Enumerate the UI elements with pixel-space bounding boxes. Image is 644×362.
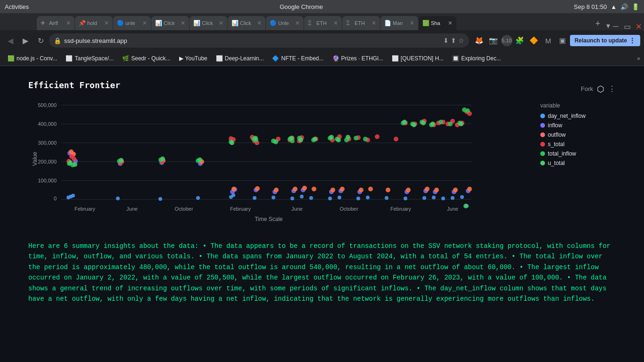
forward-button[interactable]: ▶ [19,34,32,47]
relaunch-button[interactable]: Relaunch to update ⋮ [570,35,640,46]
svg-point-79 [340,187,345,191]
svg-point-78 [330,188,335,192]
fork-label: Fork [581,85,593,92]
tab-close-button[interactable]: ✕ [219,20,223,26]
tab-man[interactable]: 📄 Man ✕ [380,16,418,30]
bookmark-favicon: ⬜ [392,55,399,62]
tab-hold[interactable]: 📌 hold ✕ [75,16,113,30]
tab-close-button[interactable]: ✕ [295,20,300,26]
svg-point-85 [434,188,439,192]
tab-overflow-button[interactable]: ▾ [604,21,612,30]
extension2-icon[interactable]: 🔶 [528,34,541,47]
tab-title: ETH [316,20,327,26]
tab-favicon: 📊 [193,20,200,26]
camera-icon[interactable]: 📷 [487,34,500,47]
bookmarks-more-button[interactable]: » [637,55,640,62]
sidebar-toggle[interactable]: ▣ [556,34,569,47]
tab-title: Click [202,20,213,26]
tab-title: hold [87,20,97,26]
tab-unle1[interactable]: 🔵 unle ✕ [113,16,151,30]
tab-sha[interactable]: 🟩 Sha ✕ [419,16,456,30]
tab-airfl[interactable]: ✈ Airfl ✕ [37,16,74,30]
bookmark-favicon: 🔷 [272,55,279,62]
tab-close-button[interactable]: ✕ [257,20,262,26]
battery-icon: 🔋 [632,3,639,10]
lock-icon: 🔒 [54,37,61,44]
close-button[interactable]: ✕ [635,23,642,30]
tab-click2[interactable]: 📊 Click ✕ [190,16,227,30]
svg-point-75 [293,187,297,191]
bookmark-item[interactable]: ▶ YouTube [175,53,211,64]
maximize-button[interactable]: ▭ [623,23,631,30]
new-tab-button[interactable]: + [591,17,604,30]
datetime: Sep 8 01:50 [574,3,607,10]
github-icon[interactable]: ⬡ [597,84,604,94]
bookmark-item[interactable]: ⬜ TangleSpace/... [62,53,117,64]
svg-point-27 [196,196,200,200]
reload-button[interactable]: ↻ [34,34,47,47]
tab-close-button[interactable]: ✕ [410,20,414,26]
back-button[interactable]: ◀ [4,34,17,47]
tab-close-button[interactable]: ✕ [66,20,71,26]
bookmark-item[interactable]: 🔲 Exploring Dec... [448,53,505,64]
chart-wrapper: 500,000 400,000 300,000 200,000 100,000 … [28,98,616,227]
svg-text:June: June [126,206,138,212]
svg-point-168 [459,122,463,126]
tab-close-button[interactable]: ✕ [333,20,338,26]
legend-dot [540,142,545,147]
bookmark-icon[interactable]: ☆ [458,37,464,44]
tab-close-button[interactable]: ✕ [448,20,453,26]
svg-text:February: February [74,206,96,212]
bookmark-item[interactable]: 🟩 node.js - Conv... [4,53,61,64]
bookmark-favicon: 🔲 [452,55,459,62]
tab-eth2[interactable]: Ξ ETH ✕ [342,16,380,30]
tab-favicon: Ξ [346,20,353,26]
legend-item: total_inflow [540,150,616,157]
svg-point-165 [412,123,416,127]
bookmark-label: NFTE - Embed... [281,55,323,62]
relaunch-menu-icon[interactable]: ⋮ [629,37,636,44]
legend-dot [540,114,545,118]
svg-point-86 [453,188,458,192]
minimize-button[interactable]: ─ [612,23,619,30]
bookmark-item[interactable]: 🌿 Seedr - Quick... [118,53,174,64]
tab-favicon: 📄 [384,20,391,26]
svg-point-155 [230,140,234,145]
activities-label[interactable]: Activities [5,3,29,10]
tab-click3[interactable]: 📊 Click ✕ [228,16,265,30]
svg-point-82 [386,188,390,192]
download-icon[interactable]: ⬇ [443,37,449,44]
svg-point-146 [448,122,453,126]
tab-close-button[interactable]: ✕ [181,20,185,26]
svg-point-166 [421,121,426,125]
svg-point-145 [438,120,443,124]
legend-label: total_inflow [548,150,576,157]
bookmark-item[interactable]: ⬜ [QUESTION] H... [388,53,447,64]
tab-favicon: 🔵 [270,20,276,26]
tab-eth1[interactable]: Ξ ETH ✕ [304,16,342,30]
bookmark-favicon: ▶ [179,55,183,62]
chart-container: Efficient Frontier Fork ⬡ ⋮ 500,000 400,… [28,75,616,231]
bookmark-label: Deep-Learnin... [225,55,264,62]
svg-text:February: February [230,206,251,212]
tab-click1[interactable]: 📊 Click ✕ [151,16,189,30]
profile-icon[interactable]: M [542,34,555,47]
svg-point-87 [467,187,472,191]
svg-point-72 [231,187,236,191]
tab-close-button[interactable]: ✕ [372,20,376,26]
svg-text:Value: Value [32,152,38,166]
more-options-icon[interactable]: ⋮ [608,84,616,93]
tab-close-button[interactable]: ✕ [104,20,109,26]
share-icon[interactable]: ⬆ [451,37,456,44]
tab-unle2[interactable]: 🔵 Unle ✕ [266,16,304,30]
tab-close-button[interactable]: ✕ [142,20,147,26]
extension1-icon[interactable]: 5.10 [501,35,512,46]
svg-point-32 [290,197,294,200]
fox-icon[interactable]: 🦊 [473,34,486,47]
puzzle-icon[interactable]: 🧩 [513,34,527,47]
svg-point-152 [119,158,124,163]
bookmark-item[interactable]: 🔮 Prizes · ETHGl... [329,53,387,64]
bookmark-item[interactable]: 🔷 NFTE - Embed... [268,53,327,64]
bookmark-item[interactable]: ⬜ Deep-Learnin... [212,53,268,64]
url-bar[interactable]: 🔒 ssd-pulse.streamlit.app ⬇ ⬆ ☆ [49,33,469,48]
